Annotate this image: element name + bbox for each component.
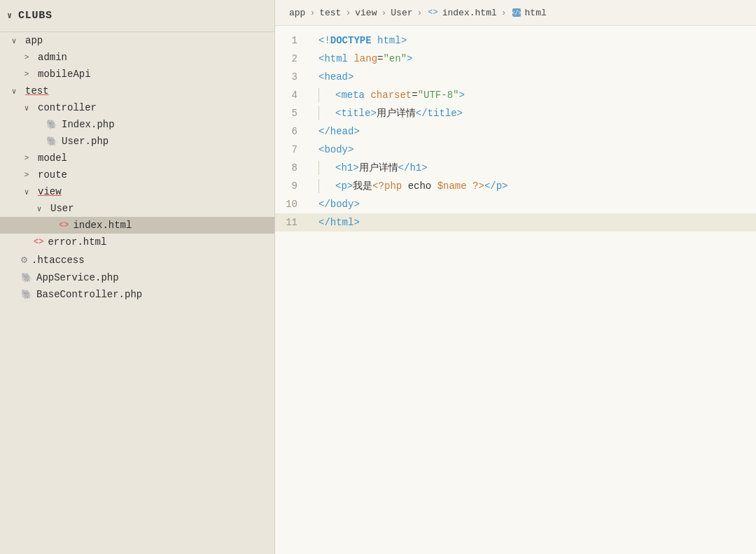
line-number: 9 — [275, 178, 312, 194]
collapse-icon: ∨ — [7, 10, 13, 21]
breadcrumb-user: User — [391, 8, 412, 18]
token-tag: </html> — [318, 217, 360, 228]
chevron-icon: > — [21, 154, 32, 162]
line-content: <title>用户详情</title> — [312, 105, 756, 122]
indent-guide — [318, 88, 319, 102]
token-tag: </h1> — [398, 162, 428, 173]
breadcrumb-tag-icon: <> — [428, 8, 438, 17]
token-string: "en" — [383, 53, 407, 64]
tree-item-route[interactable]: >route — [0, 166, 274, 183]
chevron-icon: ∨ — [8, 87, 20, 96]
line-content: </head> — [312, 123, 756, 140]
tree-item-label: route — [38, 169, 67, 180]
token-plain: = — [412, 90, 417, 101]
tree-item-label: app — [25, 35, 43, 46]
tree-item-index.html[interactable]: <>index.html — [0, 217, 274, 234]
sidebar-header[interactable]: ∨ CLUBS — [0, 0, 274, 32]
tree-item-label: User — [50, 203, 74, 214]
breadcrumb-bar: app › test › view › User › <> index.html… — [275, 0, 756, 26]
chevron-icon: > — [21, 53, 32, 62]
line-content: <p>我是<?php echo $name ?></p> — [312, 178, 756, 194]
code-line-2: 2<html lang="en"> — [275, 50, 756, 68]
line-content: </html> — [312, 214, 756, 231]
code-line-1: 1<!DOCTYPE html> — [275, 31, 756, 50]
tree-item-error.html[interactable]: <>error.html — [0, 234, 274, 250]
tree-item-label: test — [25, 85, 49, 97]
line-number: 6 — [275, 123, 312, 140]
tree-item-label: BaseController.php — [36, 289, 142, 300]
token-tag: </body> — [318, 199, 360, 210]
html-file-icon: <> — [34, 237, 43, 247]
tree-item-test[interactable]: ∨test — [0, 83, 274, 99]
line-number: 11 — [275, 214, 312, 231]
code-line-8: 8<h1>用户详情</h1> — [275, 159, 756, 177]
tree-item-User[interactable]: ∨User — [0, 200, 274, 217]
indent-guide — [318, 106, 319, 120]
tree-item-admin[interactable]: >admin — [0, 49, 274, 66]
line-content: <html lang="en"> — [312, 50, 756, 67]
code-line-4: 4<meta charset="UTF-8"> — [275, 86, 756, 104]
token-plain: echo — [402, 180, 437, 192]
token-tag: <head> — [318, 71, 354, 83]
tree-item-.htaccess[interactable]: ⚙.htaccess — [0, 250, 274, 269]
line-number: 8 — [275, 159, 312, 176]
token-plain — [372, 35, 377, 46]
html-file-icon: <> — [59, 220, 69, 230]
line-number: 4 — [275, 87, 312, 104]
token-plain — [467, 180, 472, 192]
token-tag: <title> — [335, 108, 377, 119]
token-tag: <h1> — [335, 162, 359, 173]
breadcrumb-view: view — [355, 8, 377, 18]
code-content: 1<!DOCTYPE html>2<html lang="en">3<head>… — [275, 26, 756, 237]
token-tag: <p> — [335, 180, 353, 192]
token-tag: </head> — [318, 126, 360, 137]
tree-item-label: model — [38, 152, 67, 164]
tree-item-label: admin — [38, 52, 67, 63]
tree-item-mobileApi[interactable]: >mobileApi — [0, 66, 274, 83]
tree-item-label: .htaccess — [31, 255, 85, 266]
chevron-icon: > — [21, 70, 32, 78]
token-string: "UTF-8" — [418, 90, 459, 101]
token-tag: </p> — [484, 180, 508, 192]
breadcrumb-filename: index.html — [442, 8, 497, 18]
line-content: <body> — [312, 141, 756, 158]
token-tag: > — [407, 53, 412, 64]
sidebar-title: CLUBS — [18, 10, 52, 22]
tree-item-app[interactable]: ∨app — [0, 32, 274, 49]
chevron-icon: > — [21, 171, 32, 179]
chevron-icon: ∨ — [21, 104, 32, 113]
code-editor: app › test › view › User › <> index.html… — [275, 0, 756, 554]
chevron-icon: ∨ — [8, 36, 20, 45]
tree-item-label: controller — [38, 102, 97, 113]
indent-guide — [318, 161, 319, 175]
line-number: 10 — [275, 196, 312, 213]
token-plain: 用户详情 — [359, 162, 398, 173]
token-doctype: DOCTYPE — [330, 35, 372, 46]
tree-item-BaseController.php[interactable]: 🐘BaseController.php — [0, 286, 274, 303]
token-plain: 用户详情 — [377, 108, 416, 119]
breadcrumb-html-node: </> html — [511, 7, 547, 18]
tree-item-model[interactable]: >model — [0, 150, 274, 166]
cube-icon: </> — [511, 7, 522, 18]
tree-item-view[interactable]: ∨view — [0, 183, 274, 200]
tree-item-User.php[interactable]: 🐘User.php — [0, 133, 274, 150]
tree-item-AppService.php[interactable]: 🐘AppService.php — [0, 269, 274, 286]
tree-item-label: AppService.php — [36, 272, 119, 283]
token-tag: <! — [318, 35, 330, 46]
tree-item-label: error.html — [48, 236, 106, 248]
token-tag: html — [377, 35, 401, 46]
line-number: 5 — [275, 105, 312, 122]
tree-item-Index.php[interactable]: 🐘Index.php — [0, 116, 274, 133]
svg-text:</>: </> — [511, 10, 522, 16]
chevron-icon: ∨ — [21, 187, 32, 197]
token-tag: <body> — [318, 144, 354, 155]
indent-guide — [318, 179, 319, 193]
tree-item-label: view — [38, 186, 62, 197]
code-line-5: 5<title>用户详情</title> — [275, 104, 756, 122]
tree-item-controller[interactable]: ∨controller — [0, 99, 274, 116]
token-tag: <html — [318, 53, 348, 64]
token-plain: 我是 — [353, 180, 372, 192]
tree-item-label: mobileApi — [38, 69, 91, 80]
line-number: 7 — [275, 141, 312, 158]
code-line-11: 11</html> — [275, 213, 756, 232]
